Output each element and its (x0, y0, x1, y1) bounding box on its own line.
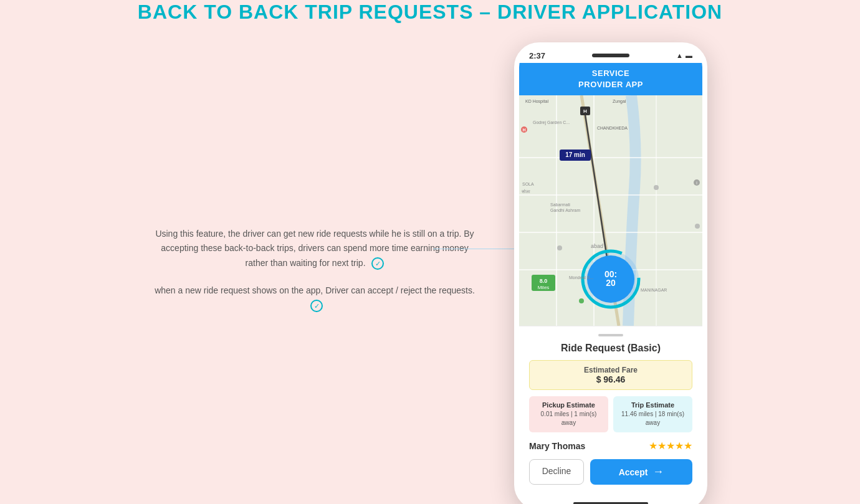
rating-stars: ★★★★★ (649, 440, 692, 452)
wifi-icon: ▲ (676, 52, 683, 59)
svg-text:17 min: 17 min (565, 151, 585, 158)
notch (592, 54, 629, 57)
drag-handle (598, 334, 623, 336)
text-block-2-content: when a new ride request shows on the app… (155, 285, 475, 295)
svg-text:Miles: Miles (538, 285, 550, 290)
pickup-estimate-box: Pickup Estimate 0.01 miles | 1 min(s) aw… (529, 396, 608, 432)
accept-button-label: Accept (619, 467, 648, 477)
fare-label: Estimated Fare (535, 366, 687, 374)
svg-text:KD Hospital: KD Hospital (525, 99, 548, 104)
status-bar: 2:37 ▲ ▬ (519, 47, 702, 63)
svg-text:abad: abad (591, 243, 603, 249)
svg-text:MANINAGAR: MANINAGAR (641, 288, 667, 292)
user-row: Mary Thomas ★★★★★ (529, 440, 692, 452)
accept-button[interactable]: Accept → (590, 459, 692, 485)
ride-title: Ride Request (Basic) (529, 343, 692, 354)
decline-button[interactable]: Decline (529, 459, 584, 485)
fare-amount: $ 96.46 (535, 374, 687, 384)
svg-text:CHANDKHEDA: CHANDKHEDA (597, 126, 628, 130)
text-block-2: when a new ride request shows on the app… (153, 283, 477, 313)
svg-text:20: 20 (606, 278, 616, 288)
check-icon-2: ✓ (310, 300, 323, 312)
arrow-right-icon: → (652, 465, 664, 478)
estimates-row: Pickup Estimate 0.01 miles | 1 min(s) aw… (529, 396, 692, 432)
svg-point-41 (579, 298, 584, 303)
action-row: Decline Accept → (529, 459, 692, 485)
trip-estimate-box: Trip Estimate 11.46 miles | 18 min(s) aw… (613, 396, 692, 432)
map-area: H 17 min 00: 20 8.0 Miles KD Hospital Zu (519, 95, 702, 326)
app-header-line2: PROVIDER APP (529, 79, 692, 90)
svg-point-40 (557, 245, 562, 250)
svg-text:सोला: सोला (521, 189, 530, 194)
svg-point-38 (654, 185, 659, 190)
text-block-1: Using this feature, the driver can get n… (153, 227, 477, 271)
content-area: Using this feature, the driver can get n… (0, 42, 860, 504)
pickup-estimate-detail: 0.01 miles | 1 min(s) away (534, 410, 603, 427)
status-icons: ▲ ▬ (676, 52, 692, 59)
svg-text:Mondeal S...: Mondeal S... (569, 275, 593, 280)
trip-estimate-title: Trip Estimate (618, 401, 687, 409)
svg-text:Godrej Garden C...: Godrej Garden C... (533, 120, 570, 125)
phone-mockup: 2:37 ▲ ▬ SERVICE PROVIDER APP (514, 42, 707, 504)
fare-box: Estimated Fare $ 96.46 (529, 360, 692, 390)
svg-text:8.0: 8.0 (540, 278, 548, 284)
user-name: Mary Thomas (529, 441, 585, 451)
check-icon-1: ✓ (371, 257, 384, 270)
trip-estimate-detail: 11.46 miles | 18 min(s) away (618, 410, 687, 427)
app-header: SERVICE PROVIDER APP (519, 63, 702, 95)
status-time: 2:37 (529, 51, 545, 60)
map-svg: H 17 min 00: 20 8.0 Miles KD Hospital Zu (519, 95, 702, 326)
svg-text:H: H (583, 108, 587, 114)
pickup-estimate-title: Pickup Estimate (534, 401, 603, 409)
svg-point-39 (695, 224, 700, 229)
svg-text:Sabarmati: Sabarmati (550, 202, 570, 207)
connector-line-1 (433, 249, 527, 249)
svg-text:Gandhi Ashram: Gandhi Ashram (550, 208, 580, 212)
svg-text:H: H (522, 128, 525, 132)
page-title: BACK TO BACK TRIP REQUESTS – DRIVER APPL… (138, 1, 722, 24)
app-header-line1: SERVICE (529, 68, 692, 79)
battery-icon: ▬ (686, 52, 692, 59)
left-text-panel: Using this feature, the driver can get n… (153, 227, 477, 326)
svg-text:Zungal: Zungal (613, 99, 626, 104)
svg-text:SOLA: SOLA (522, 182, 534, 186)
text-block-1-content: Using this feature, the driver can get n… (155, 229, 474, 269)
ride-card: Ride Request (Basic) Estimated Fare $ 96… (519, 326, 702, 497)
